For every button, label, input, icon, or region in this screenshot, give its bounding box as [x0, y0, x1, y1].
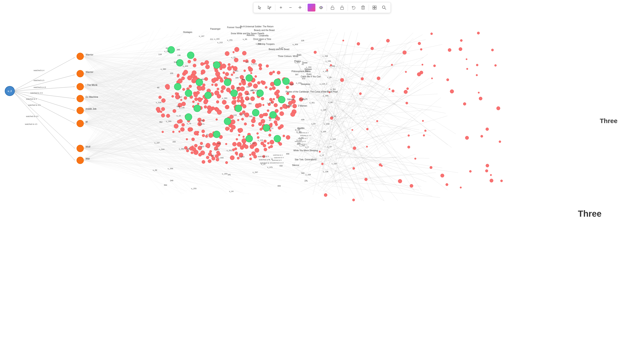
user-node-76[interactable] [225, 72, 229, 76]
far-right-node-73[interactable] [496, 106, 500, 110]
far-right-node-70[interactable] [476, 74, 478, 76]
user-node-151[interactable] [265, 86, 268, 88]
user-node-365[interactable] [234, 100, 236, 102]
far-right-node-46[interactable] [352, 199, 355, 201]
user-node-361[interactable] [190, 85, 191, 87]
user-node-161[interactable] [212, 142, 216, 146]
user-node-139[interactable] [178, 131, 180, 132]
movie-highlight-node-24[interactable] [274, 135, 281, 142]
user-node-7[interactable] [243, 136, 244, 138]
user-node-306[interactable] [227, 66, 232, 70]
user-node-170[interactable] [226, 105, 228, 108]
far-right-node-53[interactable] [342, 40, 344, 42]
far-right-node-76[interactable] [465, 136, 469, 140]
user-node-323[interactable] [276, 94, 279, 97]
user-node-190[interactable] [204, 100, 208, 104]
user-node-51[interactable] [182, 88, 185, 91]
user-node-303[interactable] [220, 90, 224, 93]
user-node-322[interactable] [188, 128, 190, 131]
user-node-348[interactable] [230, 156, 234, 160]
user-node-250[interactable] [192, 138, 195, 141]
war-node[interactable] [77, 157, 84, 164]
lock-open-btn[interactable] [329, 4, 336, 12]
user-node-333[interactable] [252, 79, 255, 82]
undo-btn[interactable] [350, 4, 358, 12]
user-node-78[interactable] [234, 148, 237, 150]
user-node-229[interactable] [165, 84, 170, 89]
far-right-node-28[interactable] [479, 97, 482, 100]
user-node-242[interactable] [198, 86, 202, 90]
movie-highlight-node-12[interactable] [235, 105, 242, 112]
far-right-node-37[interactable] [361, 77, 364, 80]
user-node-285[interactable] [242, 118, 244, 120]
user-node-136[interactable] [198, 153, 202, 156]
far-right-node-30[interactable] [408, 134, 410, 136]
movie-highlight-node-13[interactable] [224, 118, 231, 125]
user-node-294[interactable] [184, 96, 187, 100]
user-node-358[interactable] [253, 92, 255, 94]
user-node-287[interactable] [261, 97, 264, 100]
user-node-175[interactable] [279, 142, 282, 146]
user-node-235[interactable] [214, 90, 219, 95]
user-node-258[interactable] [193, 58, 196, 61]
far-right-node-52[interactable] [408, 146, 410, 148]
user-node-317[interactable] [286, 135, 290, 139]
user-node-366[interactable] [202, 160, 205, 164]
user-node-355[interactable] [193, 64, 196, 68]
user-node-371[interactable] [198, 98, 202, 102]
user-node-119[interactable] [209, 150, 212, 153]
far-right-node-72[interactable] [431, 78, 433, 79]
movie-highlight-node-6[interactable] [194, 105, 201, 112]
user-node-199[interactable] [162, 98, 166, 102]
far-right-node-29[interactable] [490, 174, 492, 176]
user-node-238[interactable] [212, 79, 216, 83]
user-node-81[interactable] [259, 114, 263, 118]
far-right-node-43[interactable] [392, 90, 394, 92]
far-right-node-32[interactable] [486, 170, 488, 172]
user-node-148[interactable] [280, 107, 283, 110]
far-right-node-31[interactable] [314, 51, 316, 54]
far-right-node-64[interactable] [469, 170, 472, 172]
lock-closed-btn[interactable] [338, 4, 346, 12]
user-node-156[interactable] [194, 98, 198, 101]
user-node-345[interactable] [217, 88, 219, 90]
movie-highlight-node-17[interactable] [252, 109, 259, 116]
far-right-node-61[interactable] [386, 39, 390, 42]
user-node-30[interactable] [254, 76, 257, 78]
far-right-node-62[interactable] [463, 102, 466, 105]
far-right-node-65[interactable] [366, 146, 368, 147]
user-node-340[interactable] [216, 70, 218, 72]
user-node-312[interactable] [266, 64, 269, 68]
far-right-node-41[interactable] [448, 48, 451, 52]
user-node-93[interactable] [273, 98, 275, 100]
user-node-143[interactable] [216, 100, 219, 103]
user-node-0[interactable] [277, 71, 280, 74]
user-node-82[interactable] [194, 144, 198, 147]
user-node-182[interactable] [233, 51, 234, 53]
movie-highlight-node-8[interactable] [185, 114, 192, 120]
far-right-node-4[interactable] [486, 164, 489, 167]
user-node-336[interactable] [263, 113, 266, 116]
far-right-node-19[interactable] [366, 128, 368, 130]
movie-highlight-node-14[interactable] [213, 131, 220, 138]
user-node-114[interactable] [234, 47, 239, 52]
far-right-node-78[interactable] [480, 135, 483, 138]
user-node-122[interactable] [267, 142, 269, 144]
user-node-80[interactable] [250, 72, 252, 74]
user-node-338[interactable] [206, 143, 210, 148]
far-right-node-48[interactable] [459, 48, 462, 51]
user-node-73[interactable] [202, 130, 205, 133]
remove-node-btn[interactable]: − [287, 4, 294, 12]
far-right-node-54[interactable] [379, 164, 382, 166]
user-node-226[interactable] [208, 160, 211, 163]
user-node-367[interactable] [211, 108, 213, 110]
user-node-378[interactable] [202, 84, 205, 86]
user-node-337[interactable] [244, 145, 248, 149]
user-node-111[interactable] [264, 148, 267, 151]
user-node-180[interactable] [225, 143, 227, 145]
far-right-node-67[interactable] [352, 167, 355, 170]
far-right-node-12[interactable] [404, 90, 408, 94]
user-node-225[interactable] [242, 51, 246, 55]
far-right-node-51[interactable] [494, 64, 496, 66]
user-node-106[interactable] [208, 133, 213, 138]
